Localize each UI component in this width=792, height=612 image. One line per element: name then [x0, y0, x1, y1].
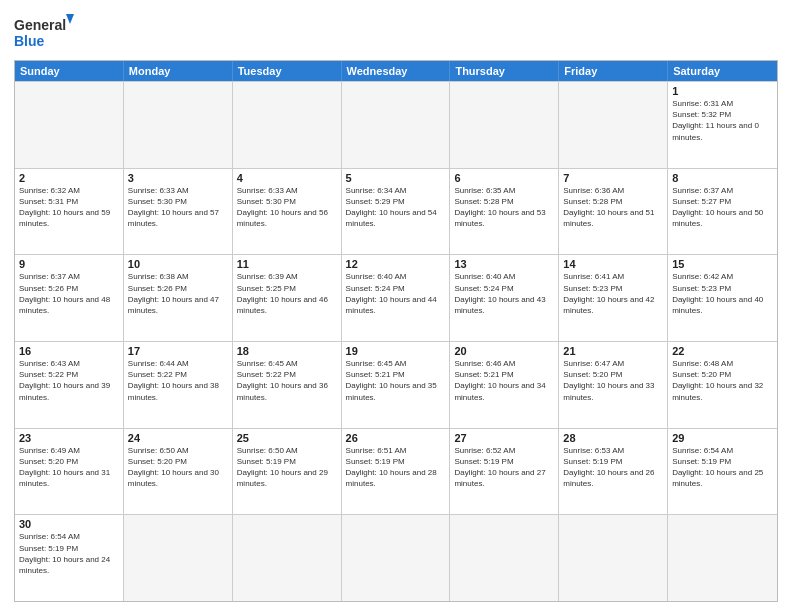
day-info: Sunrise: 6:52 AM Sunset: 5:19 PM Dayligh… [454, 445, 554, 490]
header-day-sunday: Sunday [15, 61, 124, 81]
empty-cell-5-3 [342, 515, 451, 601]
day-number: 29 [672, 432, 773, 444]
day-cell-11: 11Sunrise: 6:39 AM Sunset: 5:25 PM Dayli… [233, 255, 342, 341]
day-info: Sunrise: 6:42 AM Sunset: 5:23 PM Dayligh… [672, 271, 773, 316]
empty-cell-0-2 [233, 82, 342, 168]
day-info: Sunrise: 6:54 AM Sunset: 5:19 PM Dayligh… [19, 531, 119, 576]
day-info: Sunrise: 6:40 AM Sunset: 5:24 PM Dayligh… [346, 271, 446, 316]
day-cell-10: 10Sunrise: 6:38 AM Sunset: 5:26 PM Dayli… [124, 255, 233, 341]
day-number: 6 [454, 172, 554, 184]
day-cell-15: 15Sunrise: 6:42 AM Sunset: 5:23 PM Dayli… [668, 255, 777, 341]
day-number: 1 [672, 85, 773, 97]
day-cell-25: 25Sunrise: 6:50 AM Sunset: 5:19 PM Dayli… [233, 429, 342, 515]
header-day-friday: Friday [559, 61, 668, 81]
day-number: 16 [19, 345, 119, 357]
day-number: 21 [563, 345, 663, 357]
day-number: 15 [672, 258, 773, 270]
day-cell-8: 8Sunrise: 6:37 AM Sunset: 5:27 PM Daylig… [668, 169, 777, 255]
empty-cell-0-0 [15, 82, 124, 168]
day-info: Sunrise: 6:37 AM Sunset: 5:26 PM Dayligh… [19, 271, 119, 316]
calendar-row-3: 16Sunrise: 6:43 AM Sunset: 5:22 PM Dayli… [15, 341, 777, 428]
day-number: 5 [346, 172, 446, 184]
day-info: Sunrise: 6:53 AM Sunset: 5:19 PM Dayligh… [563, 445, 663, 490]
day-number: 25 [237, 432, 337, 444]
day-number: 18 [237, 345, 337, 357]
day-info: Sunrise: 6:49 AM Sunset: 5:20 PM Dayligh… [19, 445, 119, 490]
day-info: Sunrise: 6:39 AM Sunset: 5:25 PM Dayligh… [237, 271, 337, 316]
day-cell-28: 28Sunrise: 6:53 AM Sunset: 5:19 PM Dayli… [559, 429, 668, 515]
day-number: 28 [563, 432, 663, 444]
empty-cell-0-3 [342, 82, 451, 168]
day-cell-12: 12Sunrise: 6:40 AM Sunset: 5:24 PM Dayli… [342, 255, 451, 341]
day-info: Sunrise: 6:46 AM Sunset: 5:21 PM Dayligh… [454, 358, 554, 403]
svg-text:Blue: Blue [14, 33, 45, 49]
day-cell-22: 22Sunrise: 6:48 AM Sunset: 5:20 PM Dayli… [668, 342, 777, 428]
day-number: 26 [346, 432, 446, 444]
day-cell-27: 27Sunrise: 6:52 AM Sunset: 5:19 PM Dayli… [450, 429, 559, 515]
header-day-thursday: Thursday [450, 61, 559, 81]
day-number: 8 [672, 172, 773, 184]
logo-svg: General Blue [14, 12, 74, 52]
day-number: 27 [454, 432, 554, 444]
day-info: Sunrise: 6:33 AM Sunset: 5:30 PM Dayligh… [128, 185, 228, 230]
empty-cell-0-1 [124, 82, 233, 168]
page: General Blue SundayMondayTuesdayWednesda… [0, 0, 792, 612]
day-cell-4: 4Sunrise: 6:33 AM Sunset: 5:30 PM Daylig… [233, 169, 342, 255]
day-cell-24: 24Sunrise: 6:50 AM Sunset: 5:20 PM Dayli… [124, 429, 233, 515]
day-cell-17: 17Sunrise: 6:44 AM Sunset: 5:22 PM Dayli… [124, 342, 233, 428]
day-number: 4 [237, 172, 337, 184]
header-day-tuesday: Tuesday [233, 61, 342, 81]
day-cell-14: 14Sunrise: 6:41 AM Sunset: 5:23 PM Dayli… [559, 255, 668, 341]
calendar: SundayMondayTuesdayWednesdayThursdayFrid… [14, 60, 778, 602]
calendar-row-5: 30Sunrise: 6:54 AM Sunset: 5:19 PM Dayli… [15, 514, 777, 601]
header: General Blue [14, 12, 778, 52]
header-day-saturday: Saturday [668, 61, 777, 81]
day-cell-30: 30Sunrise: 6:54 AM Sunset: 5:19 PM Dayli… [15, 515, 124, 601]
day-number: 3 [128, 172, 228, 184]
empty-cell-5-1 [124, 515, 233, 601]
calendar-body: 1Sunrise: 6:31 AM Sunset: 5:32 PM Daylig… [15, 81, 777, 601]
day-cell-9: 9Sunrise: 6:37 AM Sunset: 5:26 PM Daylig… [15, 255, 124, 341]
day-number: 19 [346, 345, 446, 357]
day-number: 24 [128, 432, 228, 444]
day-number: 11 [237, 258, 337, 270]
calendar-row-1: 2Sunrise: 6:32 AM Sunset: 5:31 PM Daylig… [15, 168, 777, 255]
day-cell-5: 5Sunrise: 6:34 AM Sunset: 5:29 PM Daylig… [342, 169, 451, 255]
logo: General Blue [14, 12, 74, 52]
calendar-header: SundayMondayTuesdayWednesdayThursdayFrid… [15, 61, 777, 81]
day-number: 10 [128, 258, 228, 270]
day-info: Sunrise: 6:50 AM Sunset: 5:19 PM Dayligh… [237, 445, 337, 490]
calendar-row-4: 23Sunrise: 6:49 AM Sunset: 5:20 PM Dayli… [15, 428, 777, 515]
day-number: 7 [563, 172, 663, 184]
calendar-row-0: 1Sunrise: 6:31 AM Sunset: 5:32 PM Daylig… [15, 81, 777, 168]
day-info: Sunrise: 6:51 AM Sunset: 5:19 PM Dayligh… [346, 445, 446, 490]
day-cell-20: 20Sunrise: 6:46 AM Sunset: 5:21 PM Dayli… [450, 342, 559, 428]
day-cell-13: 13Sunrise: 6:40 AM Sunset: 5:24 PM Dayli… [450, 255, 559, 341]
day-cell-21: 21Sunrise: 6:47 AM Sunset: 5:20 PM Dayli… [559, 342, 668, 428]
empty-cell-5-6 [668, 515, 777, 601]
day-cell-23: 23Sunrise: 6:49 AM Sunset: 5:20 PM Dayli… [15, 429, 124, 515]
empty-cell-0-4 [450, 82, 559, 168]
day-cell-29: 29Sunrise: 6:54 AM Sunset: 5:19 PM Dayli… [668, 429, 777, 515]
header-day-wednesday: Wednesday [342, 61, 451, 81]
day-number: 23 [19, 432, 119, 444]
day-info: Sunrise: 6:41 AM Sunset: 5:23 PM Dayligh… [563, 271, 663, 316]
day-number: 12 [346, 258, 446, 270]
empty-cell-5-4 [450, 515, 559, 601]
day-cell-18: 18Sunrise: 6:45 AM Sunset: 5:22 PM Dayli… [233, 342, 342, 428]
day-info: Sunrise: 6:34 AM Sunset: 5:29 PM Dayligh… [346, 185, 446, 230]
day-info: Sunrise: 6:44 AM Sunset: 5:22 PM Dayligh… [128, 358, 228, 403]
day-cell-3: 3Sunrise: 6:33 AM Sunset: 5:30 PM Daylig… [124, 169, 233, 255]
day-info: Sunrise: 6:32 AM Sunset: 5:31 PM Dayligh… [19, 185, 119, 230]
header-day-monday: Monday [124, 61, 233, 81]
day-cell-7: 7Sunrise: 6:36 AM Sunset: 5:28 PM Daylig… [559, 169, 668, 255]
day-info: Sunrise: 6:45 AM Sunset: 5:21 PM Dayligh… [346, 358, 446, 403]
day-info: Sunrise: 6:47 AM Sunset: 5:20 PM Dayligh… [563, 358, 663, 403]
day-info: Sunrise: 6:43 AM Sunset: 5:22 PM Dayligh… [19, 358, 119, 403]
empty-cell-0-5 [559, 82, 668, 168]
day-number: 30 [19, 518, 119, 530]
day-info: Sunrise: 6:37 AM Sunset: 5:27 PM Dayligh… [672, 185, 773, 230]
empty-cell-5-5 [559, 515, 668, 601]
day-info: Sunrise: 6:40 AM Sunset: 5:24 PM Dayligh… [454, 271, 554, 316]
day-info: Sunrise: 6:45 AM Sunset: 5:22 PM Dayligh… [237, 358, 337, 403]
